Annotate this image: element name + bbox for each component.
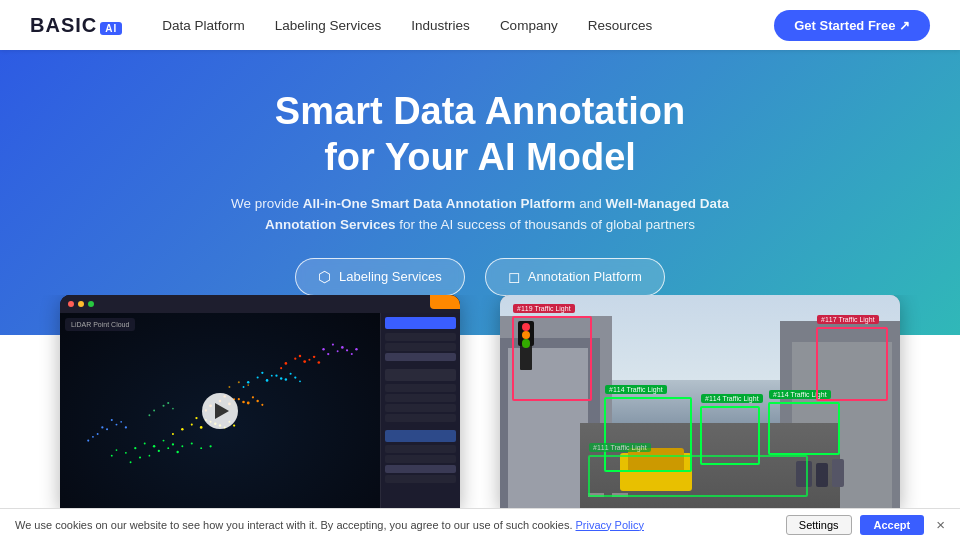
svg-point-56	[243, 386, 245, 388]
svg-point-68	[299, 355, 301, 357]
svg-point-73	[341, 346, 344, 349]
svg-point-11	[116, 449, 118, 451]
close-dot	[68, 301, 74, 307]
svg-point-77	[351, 353, 353, 355]
svg-point-46	[111, 419, 113, 421]
annotation-label-vehicle-1: #114 Traffic Light	[605, 385, 667, 394]
lidar-info: LiDAR Point Cloud	[65, 318, 135, 331]
svg-point-72	[332, 344, 334, 346]
city-background: #114 Traffic Light #114 Traffic Light #1…	[500, 295, 900, 508]
svg-point-5	[125, 452, 127, 454]
nav-industries[interactable]: Industries	[411, 18, 470, 33]
svg-point-78	[355, 348, 357, 350]
svg-point-9	[167, 447, 169, 449]
svg-point-86	[247, 384, 249, 386]
svg-point-38	[242, 401, 245, 404]
annotation-label-traffic-1: #119 Traffic Light	[513, 304, 575, 313]
svg-point-6	[139, 457, 141, 459]
svg-point-29	[233, 424, 235, 426]
nav-labeling-services[interactable]: Labeling Services	[275, 18, 382, 33]
svg-point-50	[87, 440, 89, 442]
nav-company[interactable]: Company	[500, 18, 558, 33]
max-dot	[88, 301, 94, 307]
svg-point-59	[280, 377, 282, 379]
svg-point-17	[111, 455, 113, 457]
svg-point-84	[228, 386, 230, 388]
svg-point-41	[261, 404, 263, 406]
cookie-accept-button[interactable]: Accept	[860, 515, 925, 535]
logo-badge: AI	[100, 22, 122, 35]
annotation-vehicle-3: #114 Traffic Light	[768, 402, 840, 455]
svg-point-33	[238, 398, 240, 400]
svg-point-76	[346, 349, 348, 351]
privacy-policy-link[interactable]: Privacy Policy	[576, 519, 644, 531]
min-dot	[78, 301, 84, 307]
svg-point-66	[313, 356, 315, 358]
svg-point-45	[97, 433, 99, 435]
svg-point-20	[200, 426, 203, 429]
svg-point-4	[172, 443, 174, 445]
svg-point-19	[191, 424, 193, 426]
play-icon	[215, 403, 229, 419]
svg-point-10	[176, 451, 178, 453]
svg-point-53	[266, 379, 269, 382]
svg-point-16	[209, 445, 211, 447]
logo-text: BASICAI	[30, 14, 122, 37]
annotation-traffic-2: #117 Traffic Light	[816, 327, 888, 402]
nav-resources[interactable]: Resources	[588, 18, 653, 33]
svg-point-23	[172, 433, 174, 435]
hero-subtitle: We provide All-in-One Smart Data Annotat…	[220, 193, 740, 236]
svg-point-3	[163, 440, 165, 442]
hero-title: Smart Data Annotation for Your AI Model	[275, 89, 685, 180]
svg-point-40	[256, 400, 258, 402]
svg-point-70	[318, 361, 321, 364]
svg-point-7	[149, 455, 151, 457]
hero-section: Smart Data Annotation for Your AI Model …	[0, 50, 960, 335]
svg-point-34	[247, 402, 250, 405]
highlight-badge	[430, 295, 460, 309]
city-screenshot: #114 Traffic Light #114 Traffic Light #1…	[500, 295, 900, 508]
svg-point-57	[261, 372, 263, 374]
svg-point-43	[116, 424, 118, 426]
svg-point-48	[101, 426, 103, 428]
svg-point-83	[167, 402, 169, 404]
annotation-platform-button[interactable]: ◻ Annotation Platform	[485, 258, 665, 296]
play-button[interactable]	[202, 393, 238, 429]
svg-point-8	[158, 450, 160, 452]
svg-point-14	[191, 442, 193, 444]
logo[interactable]: BASICAI	[30, 14, 122, 37]
svg-point-47	[120, 421, 122, 423]
svg-point-12	[130, 461, 132, 463]
cookie-close-button[interactable]: ×	[936, 516, 945, 533]
svg-point-82	[148, 414, 150, 416]
get-started-button[interactable]: Get Started Free ↗	[774, 10, 930, 41]
svg-point-79	[153, 410, 155, 412]
screenshots-section: LiDAR Point Cloud	[0, 295, 960, 508]
svg-point-63	[285, 362, 288, 365]
svg-point-54	[275, 375, 277, 377]
svg-point-24	[195, 417, 197, 419]
cookie-settings-button[interactable]: Settings	[786, 515, 852, 535]
svg-point-55	[285, 378, 287, 380]
svg-point-58	[271, 375, 273, 377]
svg-point-64	[294, 358, 296, 360]
svg-point-44	[125, 426, 127, 428]
lidar-viewport: LiDAR Point Cloud	[60, 313, 380, 508]
navbar: BASICAI Data Platform Labeling Services …	[0, 0, 960, 50]
annotation-traffic-1: #119 Traffic Light	[512, 316, 592, 401]
svg-point-65	[303, 360, 306, 363]
annotation-label-vehicle-2: #114 Traffic Light	[701, 394, 763, 403]
svg-point-49	[92, 436, 94, 438]
cookie-banner: We use cookies on our website to see how…	[0, 508, 960, 540]
annotation-icon: ◻	[508, 268, 520, 286]
svg-point-61	[294, 376, 296, 378]
svg-point-75	[337, 350, 339, 352]
svg-point-0	[134, 447, 136, 449]
labeling-services-button[interactable]: ⬡ Labeling Services	[295, 258, 465, 296]
annotation-label-traffic-2: #117 Traffic Light	[817, 315, 879, 324]
svg-point-69	[308, 359, 310, 361]
svg-point-42	[106, 428, 108, 430]
nav-data-platform[interactable]: Data Platform	[162, 18, 245, 33]
lidar-screenshot: LiDAR Point Cloud	[60, 295, 460, 508]
annotation-label-road: #111 Traffic Light	[589, 443, 651, 452]
